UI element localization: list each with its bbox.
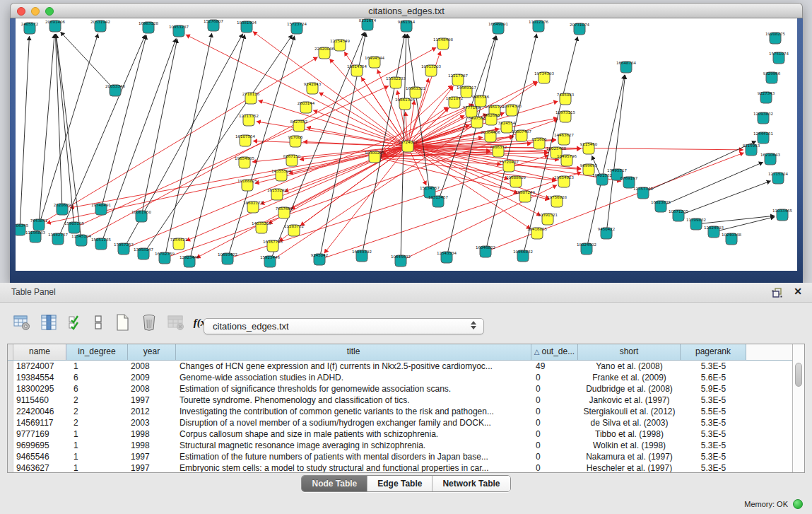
graph-node[interactable]: 10807487 [512, 129, 531, 141]
graph-node[interactable]: 15923446 [260, 255, 280, 267]
graph-node[interactable]: 9242843 [304, 82, 322, 94]
column-header-year[interactable]: year [128, 344, 176, 360]
citation-edge-red[interactable] [74, 86, 389, 228]
column-header-pagerank[interactable]: pagerank [681, 344, 746, 360]
citation-edge-black[interactable] [39, 34, 54, 225]
graph-node[interactable]: 8131674 [359, 18, 377, 30]
table-select-dropdown[interactable]: citations_edges.txt [204, 318, 484, 334]
network-view-canvas[interactable]: 1872400718300295271812612213352161075541… [16, 18, 797, 271]
citation-network-graph[interactable]: 1872400718300295271812612213352161075541… [16, 18, 797, 271]
table-row[interactable]: 969969511998Structural magnetic resonanc… [8, 440, 804, 451]
graph-node[interactable]: 16494544 [365, 56, 384, 68]
table-row[interactable]: 977716911998Corpus callosum shape and si… [8, 428, 804, 440]
column-header-in-degree[interactable]: in_degree [66, 344, 128, 360]
delete-column-icon[interactable] [139, 312, 160, 333]
graph-node[interactable]: 19166825 [237, 179, 257, 191]
table-row[interactable]: 946362711997Embryonic stem cells: a mode… [8, 462, 804, 473]
table-row[interactable]: 911546021997Tourette syndrome. Phenomeno… [8, 395, 804, 406]
table-row[interactable]: 1938455462009Genome-wide association stu… [8, 372, 804, 383]
graph-node[interactable]: 7254421 [170, 238, 188, 250]
graph-node[interactable]: 15905195 [64, 221, 84, 233]
graph-node[interactable]: 11033465 [772, 209, 792, 221]
graph-node[interactable]: 18807249 [515, 190, 535, 202]
graph-node[interactable]: 20053346 [105, 84, 125, 96]
citation-edge-black[interactable] [661, 162, 763, 206]
graph-node[interactable]: 12357345 [633, 187, 653, 199]
graph-node[interactable]: 18024502 [577, 243, 596, 255]
show-columns-icon[interactable] [38, 312, 59, 333]
graph-node[interactable]: 18416855 [527, 227, 547, 239]
citation-edge-red[interactable] [165, 119, 558, 258]
graph-node[interactable]: 10240348 [722, 233, 741, 245]
graph-node[interactable]: 15751074 [769, 52, 789, 64]
graph-node[interactable]: 16782759 [155, 252, 175, 264]
graph-node[interactable]: 20531942 [90, 20, 110, 32]
graph-node[interactable]: 9245042 [311, 253, 329, 265]
graph-node[interactable]: 20731074 [570, 23, 589, 35]
column-header-name[interactable]: name [13, 344, 66, 360]
graph-node[interactable]: 12093832 [753, 112, 773, 124]
citation-edge-black[interactable] [587, 75, 625, 249]
citation-edge-red[interactable] [196, 146, 408, 258]
graph-node[interactable]: 12543534 [437, 251, 457, 263]
citation-edge-black[interactable] [20, 36, 29, 230]
scrollbar-thumb[interactable] [795, 363, 802, 387]
citation-edge-red[interactable] [313, 110, 408, 146]
citation-edge-red[interactable] [257, 122, 408, 146]
window-titlebar[interactable]: citations_edges.txt [10, 3, 803, 18]
graph-node[interactable]: 20691406 [45, 20, 65, 32]
graph-node[interactable]: 621606 [532, 137, 547, 149]
graph-node[interactable]: 19861304 [395, 98, 415, 110]
graph-node[interactable]: 2405572 [21, 22, 39, 34]
table-mode-icon[interactable] [11, 312, 33, 333]
graph-node[interactable]: 16963321 [406, 86, 425, 98]
graph-node[interactable]: 12973115 [555, 110, 575, 122]
graph-node[interactable]: 12923446 [180, 255, 199, 267]
citation-edge-red[interactable] [375, 157, 556, 181]
graph-node[interactable]: 16107554 [235, 134, 255, 146]
create-column-icon[interactable] [112, 312, 133, 333]
graph-node[interactable]: 16210643 [760, 153, 780, 165]
graph-node[interactable]: 18061950 [131, 210, 151, 222]
graph-node[interactable]: 11545194 [71, 234, 91, 246]
column-header-short[interactable]: short [578, 344, 681, 360]
citation-edge-black[interactable] [141, 39, 177, 216]
unselect-all-columns-icon[interactable] [88, 312, 109, 333]
graph-node[interactable]: 18814354 [347, 64, 367, 76]
graph-node[interactable]: 10645632 [391, 255, 411, 267]
graph-node[interactable]: 10391521 [538, 213, 558, 225]
graph-node[interactable]: 9227343 [758, 91, 775, 103]
graph-node[interactable]: 16049392 [352, 250, 372, 262]
tab-network-table[interactable]: Network Table [433, 476, 510, 491]
table-row[interactable]: 1830029562008Estimation of significance … [8, 383, 804, 395]
tab-node-table[interactable]: Node Table [302, 476, 367, 491]
graph-node[interactable]: 2620609 [54, 203, 71, 215]
graph-node[interactable]: 13958147 [134, 247, 153, 259]
graph-node[interactable]: 16046822 [476, 245, 495, 257]
graph-node[interactable]: 9329966 [763, 71, 781, 83]
graph-node[interactable]: 8215953 [743, 144, 760, 156]
float-panel-icon[interactable] [771, 286, 784, 299]
graph-node[interactable]: 18602173 [243, 201, 263, 213]
graph-node[interactable]: 16648784 [616, 61, 636, 73]
citation-edge-black[interactable] [56, 34, 74, 228]
graph-node[interactable]: 16367765 [263, 240, 283, 252]
column-header-out-de-[interactable]: △out_de... [531, 344, 578, 360]
graph-node[interactable]: 2718126 [242, 92, 260, 104]
graph-node[interactable]: 10688609 [506, 175, 526, 187]
graph-node[interactable]: 1621072 [446, 96, 464, 108]
graph-node[interactable]: 8267150 [283, 154, 301, 166]
graph-node[interactable]: 19654923 [554, 175, 574, 187]
graph-node[interactable]: 19654985 [235, 156, 254, 168]
graph-node[interactable]: 10966832 [513, 250, 533, 262]
graph-node[interactable]: 14463627 [554, 133, 574, 145]
table-vertical-scrollbar[interactable] [792, 344, 804, 472]
graph-node[interactable]: 19208275 [765, 32, 785, 44]
graph-node[interactable]: 11399832 [686, 218, 706, 230]
graph-node[interactable]: 11012176 [529, 20, 548, 32]
graph-node[interactable]: 7643841 [30, 218, 48, 230]
graph-node[interactable]: 16983128 [139, 21, 158, 33]
citation-edge-black[interactable] [55, 34, 62, 209]
graph-node[interactable]: 18495796 [557, 154, 577, 166]
table-row[interactable]: 1456911722003Disruption of a novel membe… [8, 417, 804, 428]
